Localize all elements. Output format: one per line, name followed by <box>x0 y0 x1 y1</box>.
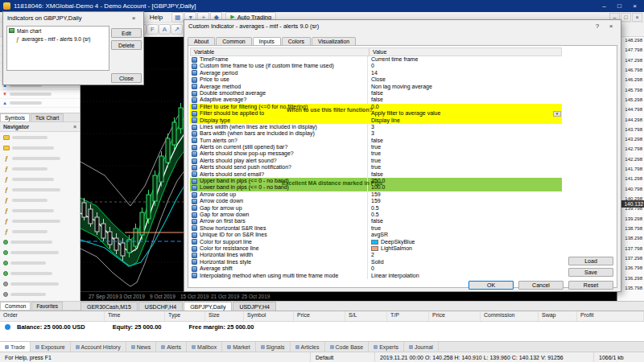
param-value[interactable]: 100.0 <box>367 184 562 191</box>
param-row[interactable]: Alerts should send push notification?tru… <box>190 164 562 171</box>
param-value[interactable]: true <box>367 225 562 232</box>
param-row[interactable]: Alerts on current (still opened) bar?tru… <box>190 144 562 150</box>
navigator-item[interactable]: ƒ <box>0 216 80 226</box>
param-row[interactable]: Bars width (when bars are included in di… <box>190 130 562 137</box>
navigator-item[interactable] <box>0 132 80 142</box>
terminal-tab-trade[interactable]: Trade <box>0 342 31 352</box>
param-row[interactable]: TimeFrameCurrent time frame <box>190 56 562 63</box>
navigator-item[interactable]: ƒ <box>0 205 80 216</box>
fibonacci-icon[interactable]: F <box>147 24 159 35</box>
param-value[interactable]: 0 <box>367 63 562 69</box>
terminal-tab-mailbox[interactable]: Mailbox <box>187 342 222 352</box>
edit-button[interactable]: Edit <box>111 28 142 38</box>
param-value[interactable]: Current time frame <box>367 56 562 63</box>
cancel-button[interactable]: Cancel <box>518 281 564 290</box>
chart-close-button[interactable]: × <box>632 13 642 22</box>
param-row[interactable]: Filter to use for filtering (<=0 for no … <box>190 104 562 110</box>
param-value[interactable]: Close <box>367 76 562 83</box>
navigator-item[interactable] <box>0 278 80 289</box>
param-row[interactable]: Horizontal lines styleSolid <box>190 259 562 265</box>
param-row[interactable]: Alerts should play alert sound?true <box>190 158 562 164</box>
save-button[interactable]: Save <box>568 268 613 277</box>
param-value[interactable]: LightSalmon <box>367 245 562 252</box>
param-row[interactable]: Arrow code down159 <box>190 198 562 204</box>
param-row[interactable]: Alerts should show pop-up message?true <box>190 150 562 157</box>
param-value[interactable]: false <box>367 138 562 144</box>
status-profile[interactable]: Default <box>311 352 375 362</box>
load-button[interactable]: Load <box>568 257 613 265</box>
indicators-list-root[interactable]: Main chart <box>7 27 109 35</box>
param-row[interactable]: Lines width (when lines are included in … <box>190 124 562 130</box>
param-value[interactable]: DeepSkyBlue <box>367 239 562 245</box>
param-row[interactable]: Custom time frame to use (if custom time… <box>190 63 562 69</box>
tab-visualization[interactable]: Visualization <box>312 37 356 45</box>
chart-tab-gbpjpy-daily[interactable]: GBPJPY,Daily <box>184 302 232 311</box>
param-row[interactable]: Adaptive average?false <box>190 97 562 103</box>
param-row[interactable]: Color for resistance lineLightSalmon <box>190 245 562 252</box>
indicators-dialog-close-icon[interactable]: × <box>128 14 139 23</box>
param-value[interactable]: 0.5 <box>367 205 562 212</box>
param-row[interactable]: Alerts should send email?false <box>190 171 562 178</box>
param-row[interactable]: Color for support lineDeepSkyBlue <box>190 239 562 245</box>
navigator-item[interactable]: ƒ <box>0 174 80 184</box>
navigator-item[interactable] <box>0 247 80 257</box>
param-value[interactable]: 159 <box>367 191 562 198</box>
param-value[interactable]: 2 <box>367 252 562 258</box>
param-value[interactable]: true <box>367 144 562 150</box>
param-row[interactable]: Gap for arrow up0.5 <box>190 205 562 212</box>
tab-about[interactable]: About <box>188 37 215 45</box>
param-row[interactable]: Price to useClose <box>190 76 562 83</box>
terminal-tab-journal[interactable]: Journal <box>404 342 439 352</box>
param-value[interactable]: false <box>367 97 562 103</box>
terminal-tab-experts[interactable]: Experts <box>369 342 404 352</box>
indicators-list-item[interactable]: ƒ averages - mtf - alerts 9.0 (sr) <box>7 35 109 43</box>
close-dialog-button[interactable]: Close <box>111 73 142 83</box>
dialog-help-icon[interactable]: ? <box>592 22 603 31</box>
param-value[interactable]: Linear interpolation <box>367 273 562 279</box>
tab-inputs[interactable]: Inputs <box>253 37 281 45</box>
param-value[interactable]: Apply filter to average value▾ <box>367 110 562 117</box>
navigator-item[interactable] <box>0 142 80 153</box>
terminal-tab-code-base[interactable]: Code Base <box>325 342 369 352</box>
navigator-item[interactable]: ƒ <box>0 163 80 174</box>
terminal-tab-market[interactable]: Market <box>222 342 255 352</box>
param-row[interactable]: Arrow on first barsfalse <box>190 218 562 224</box>
param-value[interactable]: 14 <box>367 70 562 76</box>
terminal-tab-exposure[interactable]: Exposure <box>31 342 71 352</box>
date-axis[interactable]: 27 Sep 20193 Oct 20199 Oct 201915 Oct 20… <box>80 291 617 301</box>
param-row[interactable]: Average shift0 <box>190 265 562 272</box>
param-value[interactable]: 3 <box>367 130 562 137</box>
param-row[interactable]: Horizontal lines width2 <box>190 252 562 258</box>
param-value[interactable]: false <box>367 218 562 224</box>
param-value[interactable]: true <box>367 158 562 164</box>
chart-tab-ger30cash-m15[interactable]: GER30Cash,M15 <box>80 302 138 311</box>
param-value[interactable]: false <box>367 90 562 97</box>
navigator-item[interactable]: ƒ <box>0 153 80 163</box>
terminal-tab-news[interactable]: News <box>126 342 157 352</box>
param-row[interactable]: Show horizontal S&R linestrue <box>190 225 562 232</box>
maximize-button[interactable]: □ <box>613 2 625 11</box>
navigator-item[interactable]: ƒ <box>0 184 80 195</box>
param-value[interactable]: true <box>367 164 562 171</box>
market-watch-row[interactable]: ▼ <box>0 90 80 99</box>
navigator-tab-common[interactable]: Common <box>0 302 31 310</box>
param-value[interactable]: Non lag moving average <box>367 84 562 90</box>
navigator-item[interactable]: ƒ <box>0 226 80 237</box>
terminal-tab-alerts[interactable]: Alerts <box>156 342 187 352</box>
navigator-item[interactable] <box>0 257 80 268</box>
param-row[interactable]: Turn alerts on?false <box>190 138 562 144</box>
terminal-tab-articles[interactable]: Articles <box>291 342 325 352</box>
param-value[interactable]: Display line <box>367 117 562 124</box>
indicators-list[interactable]: Main chart ƒ averages - mtf - alerts 9.0… <box>6 26 109 71</box>
param-row[interactable]: Average methodNon lag moving average <box>190 84 562 90</box>
arrow-object-icon[interactable]: ↗ <box>171 24 183 35</box>
navigator-item[interactable] <box>0 289 80 299</box>
param-value[interactable]: 0.5 <box>367 212 562 218</box>
delete-button[interactable]: Delete <box>111 40 142 50</box>
param-value[interactable]: true <box>367 150 562 157</box>
chart-tab-usdchf-h4[interactable]: USDCHF,H4 <box>138 302 183 311</box>
param-value[interactable]: 0 <box>367 265 562 272</box>
param-row[interactable]: Gap for arrow down0.5 <box>190 212 562 218</box>
param-row[interactable]: Double smoothed averagefalse <box>190 90 562 97</box>
param-value[interactable]: 159 <box>367 198 562 204</box>
